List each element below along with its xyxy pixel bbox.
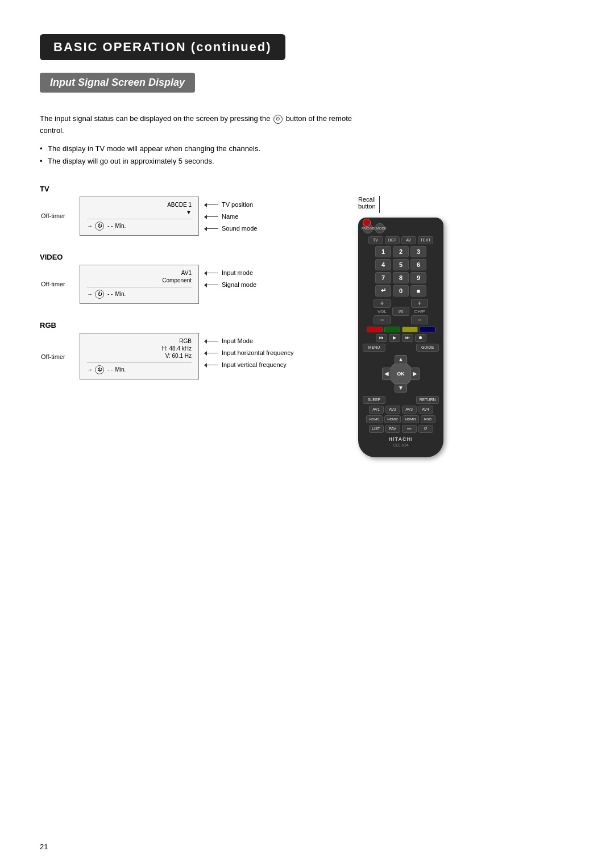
stop-btn[interactable]: ■ [410,285,426,297]
rec-btn[interactable]: ⏺ [415,334,426,342]
page-content: BASIC OPERATION (continued) Input Signal… [0,0,614,491]
dgt-source-btn[interactable]: DGT [385,236,400,244]
num-row-3: 7 8 9 [363,272,439,283]
rew-btn[interactable]: ⏮ [376,334,387,342]
rgb-box-row2: H: 48.4 kHz [87,345,192,352]
ch-col: + CH/P − [411,299,428,324]
return-btn[interactable]: RETURN [416,396,439,404]
hdmi1-btn[interactable]: HDMI1 [366,415,383,423]
remote-column: Recall button PMODE S.MODE TV [358,179,472,457]
sleep-return-row: SLEEP RETURN [363,396,439,404]
media-btns-row: ⏮ ▶ ⏭ ⏺ [363,334,439,342]
rgb-label: RGB [40,321,347,329]
ch-down-btn[interactable]: − [411,315,428,324]
intro-text: The input signal status can be displayed… [40,113,358,137]
rgb-box-row3: V: 60.1 Hz [87,353,192,359]
vol-ch-row: + VOL − I/II + CH/P − [363,299,439,324]
nav-left-btn[interactable]: ◀ [382,368,391,380]
av4-btn[interactable]: AV4 [418,406,433,414]
fav-btn[interactable]: FAV [385,425,400,433]
ch-label: CH/P [414,309,425,314]
num-8-btn[interactable]: 8 [393,272,409,283]
ok-cluster: ▲ ▼ ◀ ▶ OK [363,354,439,394]
av2-btn[interactable]: AV2 [385,406,400,414]
video-annotations: Input mode Signal mode [205,265,256,291]
ii-btn[interactable]: I/II [392,307,409,316]
nav-down-btn[interactable]: ▼ [395,383,407,393]
list-btns-row: LIST FAV ≡≡ ↺ [363,425,439,433]
smode-button[interactable]: S.MODE [375,223,385,233]
rgb-footer-dashes: - - [107,366,113,373]
tv-box-row2: ▼ [87,209,192,215]
menu-btn[interactable]: MENU [363,344,385,352]
play-btn[interactable]: ▶ [389,334,400,342]
av-source-btn[interactable]: AV [401,236,416,244]
tv-footer-dashes: - - [107,223,113,229]
rgb-offtimer-label: Off-timer [41,353,65,360]
rgb-section: RGB Off-timer RGB H: 48.4 kHz V: 60.1 Hz [40,321,347,379]
tv-offtimer-label: Off-timer [41,212,65,219]
num-row-4: ↵ 0 ■ [363,285,439,297]
rgb-footer-min: Min. [115,366,126,373]
ok-btn[interactable]: OK [389,362,413,386]
tv-source-btn[interactable]: TV [368,236,383,244]
power-button[interactable] [363,219,371,227]
hdmi3-btn[interactable]: HDMI3 [403,415,419,423]
rgb-ann-3: Input vertical frequency [205,359,294,371]
vol-down-btn[interactable]: − [374,315,391,324]
sleep-btn[interactable]: SLEEP [363,396,385,404]
tv-section: TV Off-timer ABCDE 1 ▼ → [40,185,347,236]
page-number: 21 [40,842,48,851]
video-label: VIDEO [40,253,347,261]
num-6-btn[interactable]: 6 [410,259,426,270]
guide-btn[interactable]: GUIDE [416,344,439,352]
num-9-btn[interactable]: 9 [410,272,426,283]
text-source-btn[interactable]: TEXT [418,236,434,244]
rgb-timer-icon: ⏻ [95,365,104,374]
rgb-display-box: RGB H: 48.4 kHz V: 60.1 Hz → ⏻ - - M [80,333,199,379]
red-btn[interactable] [367,327,383,332]
nav-up-btn[interactable]: ▲ [395,355,407,364]
recall-btn[interactable]: ↺ [418,425,433,433]
rgb-footer-row: → ⏻ - - Min. [87,362,192,374]
tv-ann-1: TV position [205,199,257,211]
rgb-arrow-indicator: → [87,366,93,373]
num-3-btn[interactable]: 3 [410,246,426,257]
bullet-item-2: The display will go out in approximately… [40,155,358,168]
num-0-btn[interactable]: 0 [393,285,409,297]
vol-label: VOL [377,309,387,314]
av-btns-row: AV1 AV2 AV3 AV4 [363,406,439,414]
fwd-btn[interactable]: ⏭ [402,334,413,342]
num-7-btn[interactable]: 7 [375,272,391,283]
num-1-btn[interactable]: 1 [375,246,391,257]
bullet-item-1: The display in TV mode will appear when … [40,143,358,155]
tv-ann-2: Name [205,211,257,223]
hdmi2-btn[interactable]: HDMI2 [384,415,401,423]
epg-btn[interactable]: ≡≡ [402,425,417,433]
ch-up-btn[interactable]: + [411,299,428,308]
back-btn[interactable]: ↵ [375,285,391,297]
rgb-btn[interactable]: RGB [421,415,435,423]
list-btn[interactable]: LIST [369,425,384,433]
blue-btn[interactable] [420,327,435,332]
source-buttons-row: TV DGT AV TEXT [363,236,439,244]
model-text: CLE-934 [363,443,439,447]
recall-sub-label: button [358,203,376,210]
remote-control: PMODE S.MODE TV DGT AV TEXT 1 2 3 [358,218,443,457]
green-btn[interactable] [384,327,400,332]
nav-right-btn[interactable]: ▶ [410,368,420,380]
video-box-row2: Component [87,277,192,283]
video-ann-2: Signal mode [205,279,256,291]
hdmi-btns-row: HDMI1 HDMI2 HDMI3 RGB [363,415,439,423]
av1-btn[interactable]: AV1 [369,406,384,414]
yellow-btn[interactable] [402,327,418,332]
num-4-btn[interactable]: 4 [375,259,391,270]
tv-timer-icon: ⏻ [95,222,104,231]
av3-btn[interactable]: AV3 [402,406,417,414]
num-2-btn[interactable]: 2 [393,246,409,257]
tv-footer-row: → ⏻ - - Min. [87,219,192,231]
brand-logo: HITACHI [363,436,439,442]
vol-up-btn[interactable]: + [374,299,391,308]
nav-cluster: ▲ ▼ ◀ ▶ OK [381,354,421,394]
num-5-btn[interactable]: 5 [393,259,409,270]
